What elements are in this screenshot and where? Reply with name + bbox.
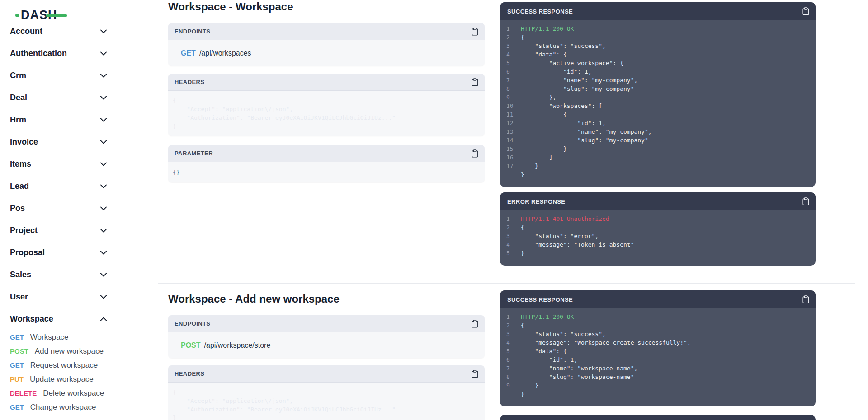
copy-button[interactable] bbox=[472, 370, 478, 378]
submenu-item-request-workspace[interactable]: GET Request workspace bbox=[0, 358, 118, 372]
line-number: 3 bbox=[506, 42, 521, 50]
sidebar-item-proposal[interactable]: Proposal bbox=[0, 242, 118, 264]
chevron-down-icon bbox=[100, 273, 107, 277]
sidebar-item-workspace[interactable]: Workspace bbox=[0, 308, 118, 330]
copy-button[interactable] bbox=[802, 197, 809, 205]
code-text: { bbox=[173, 96, 478, 105]
clipboard-icon bbox=[802, 295, 809, 303]
sidebar-item-label: Hrm bbox=[10, 115, 26, 125]
line-number: 3 bbox=[506, 232, 521, 240]
response-body: 1HTTP/1.1 401 Unauthorized 2{ 3 "status"… bbox=[500, 210, 816, 266]
submenu-item-add-new-workspace[interactable]: POST Add new workspace bbox=[0, 344, 118, 358]
card-title: ENDPOINTS bbox=[175, 28, 210, 35]
code-text: { bbox=[521, 110, 567, 119]
line-number: 12 bbox=[506, 119, 521, 127]
sidebar-item-invoice[interactable]: Invoice bbox=[0, 131, 118, 153]
card-header: HEADERS bbox=[168, 365, 485, 383]
copy-button[interactable] bbox=[472, 149, 478, 158]
code-text: "status": "error", bbox=[521, 232, 599, 240]
card-header: ENDPOINTS bbox=[168, 315, 485, 332]
code-text: "name": "my-company", bbox=[521, 76, 637, 84]
copy-button[interactable] bbox=[472, 28, 478, 36]
submenu-item-label: Change workspace bbox=[30, 403, 96, 412]
line-number: 5 bbox=[506, 59, 521, 67]
card-header: HEADERS bbox=[168, 74, 485, 91]
parameter-card: PARAMETER {} bbox=[168, 145, 485, 182]
chevron-down-icon bbox=[100, 51, 107, 56]
sidebar-nav: Account Authentication Crm Deal Hrm Invo… bbox=[0, 25, 118, 420]
endpoints-card: ENDPOINTS GET /api/workspaces bbox=[168, 23, 485, 66]
sidebar: DASH Account Authentication Crm Deal Hrm bbox=[0, 0, 118, 420]
chevron-down-icon bbox=[100, 118, 107, 122]
code-text: "Authorization": "Bearer eyJ0eXAiOiJKV1Q… bbox=[173, 405, 478, 414]
card-title: HEADERS bbox=[175, 79, 204, 85]
line-number: 1 bbox=[506, 313, 521, 321]
chevron-down-icon bbox=[100, 96, 107, 100]
endpoint-row: GET /api/workspaces bbox=[168, 40, 485, 66]
line-number: 4 bbox=[506, 338, 521, 347]
sidebar-item-label: Sales bbox=[10, 270, 31, 280]
sidebar-item-authentication[interactable]: Authentication bbox=[0, 42, 118, 65]
sidebar-item-user[interactable]: User bbox=[0, 286, 118, 308]
endpoint-path: /api/workspace/store bbox=[204, 341, 271, 350]
sidebar-item-label: Crm bbox=[10, 71, 26, 80]
code-text: "slug": "workspace-name" bbox=[521, 373, 634, 381]
headers-card: HEADERS { "Accept": "application\/json",… bbox=[168, 74, 485, 136]
line-number: 9 bbox=[506, 381, 521, 390]
code-text: } bbox=[173, 122, 478, 131]
sidebar-item-account[interactable]: Account bbox=[0, 25, 118, 42]
code-text: "workspaces": [ bbox=[521, 102, 602, 110]
card-title: PARAMETER bbox=[175, 150, 213, 157]
code-text: } bbox=[173, 414, 478, 420]
sidebar-item-crm[interactable]: Crm bbox=[0, 65, 118, 87]
clipboard-icon bbox=[472, 149, 478, 158]
line-number: 7 bbox=[506, 76, 521, 84]
sidebar-item-deal[interactable]: Deal bbox=[0, 87, 118, 109]
workspace-submenu: GET Workspace POST Add new workspace GET… bbox=[0, 330, 118, 414]
chevron-up-icon bbox=[100, 317, 107, 321]
sidebar-item-items[interactable]: Items bbox=[0, 153, 118, 175]
page-title: Workspace - Workspace bbox=[168, 0, 485, 14]
brand-logo[interactable]: DASH bbox=[15, 7, 79, 23]
submenu-item-workspace[interactable]: GET Workspace bbox=[0, 330, 118, 344]
copy-button[interactable] bbox=[472, 78, 478, 86]
sidebar-item-pos[interactable]: Pos bbox=[0, 197, 118, 219]
clipboard-icon bbox=[472, 28, 478, 36]
method-badge: DELETE bbox=[10, 389, 37, 397]
method-badge: GET bbox=[10, 333, 24, 341]
sidebar-item-label: Lead bbox=[10, 182, 29, 191]
sidebar-item-label: User bbox=[10, 292, 28, 302]
submenu-item-change-workspace[interactable]: GET Change workspace bbox=[0, 400, 118, 414]
line-number: 14 bbox=[506, 136, 521, 145]
copy-button[interactable] bbox=[802, 7, 809, 15]
response-body: 1HTTP/1.1 200 OK 2{ 3 "status": "success… bbox=[500, 20, 816, 187]
submenu-item-delete-workspace[interactable]: DELETE Delete workspace bbox=[0, 386, 118, 400]
sidebar-item-lead[interactable]: Lead bbox=[0, 175, 118, 197]
card-header: SUCCESS RESPONSE bbox=[500, 290, 816, 308]
response-body: 1HTTP/1.1 200 OK 2{ 3 "status": "success… bbox=[500, 308, 816, 406]
line-number bbox=[506, 390, 521, 398]
method-badge: POST bbox=[10, 347, 28, 355]
chevron-down-icon bbox=[100, 206, 107, 210]
card-title: ENDPOINTS bbox=[175, 320, 210, 327]
code-text: "id": 1, bbox=[521, 67, 592, 76]
card-title: HEADERS bbox=[175, 370, 204, 377]
copy-button[interactable] bbox=[802, 295, 809, 303]
logo-dash-icon bbox=[46, 14, 67, 17]
sidebar-item-hrm[interactable]: Hrm bbox=[0, 109, 118, 131]
code-text: "status": "success", bbox=[521, 330, 606, 338]
copy-button[interactable] bbox=[472, 320, 478, 328]
sidebar-item-project[interactable]: Project bbox=[0, 219, 118, 242]
code-text: { bbox=[521, 321, 524, 330]
page: DASH Account Authentication Crm Deal Hrm bbox=[0, 0, 868, 420]
success-response-card: SUCCESS RESPONSE 1HTTP/1.1 200 OK 2{ 3 "… bbox=[500, 2, 816, 187]
line-number: 9 bbox=[506, 93, 521, 102]
submenu-item-update-workspace[interactable]: PUT Update workspace bbox=[0, 372, 118, 386]
code-text: "Accept": "application\/json", bbox=[173, 105, 478, 113]
sidebar-item-label: Items bbox=[10, 159, 31, 169]
card-header: SUCCESS RESPONSE bbox=[500, 2, 816, 20]
line-number bbox=[506, 170, 521, 179]
sidebar-item-sales[interactable]: Sales bbox=[0, 264, 118, 286]
line-number: 4 bbox=[506, 50, 521, 59]
line-number: 1 bbox=[506, 215, 521, 223]
